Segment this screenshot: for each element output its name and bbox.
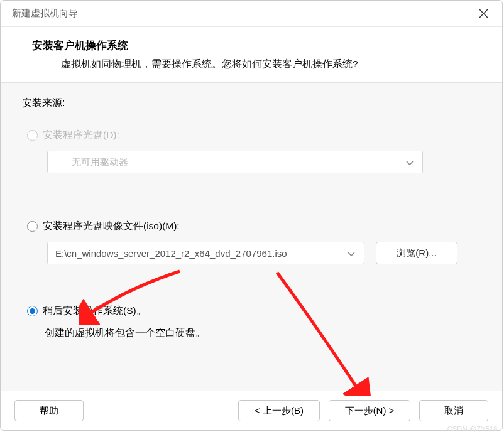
titlebar: 新建虚拟机向导 xyxy=(1,1,502,27)
watermark: CSDN @ZY518_ xyxy=(447,425,501,432)
iso-path-dropdown[interactable]: E:\cn_windows_server_2012_r2_x64_dvd_270… xyxy=(47,242,364,264)
help-button[interactable]: 帮助 xyxy=(14,400,84,421)
option-later-row[interactable]: 稍后安装操作系统(S)。 xyxy=(27,305,481,318)
wizard-header: 安装客户机操作系统 虚拟机如同物理机，需要操作系统。您将如何安装客户机操作系统? xyxy=(1,27,502,83)
wizard-header-desc: 虚拟机如同物理机，需要操作系统。您将如何安装客户机操作系统? xyxy=(32,58,491,71)
close-button[interactable] xyxy=(467,1,500,26)
disc-drive-dropdown: 无可用驱动器 xyxy=(47,151,423,173)
wizard-body: 安装来源: 安装程序光盘(D): 无可用驱动器 安装程序光盘映像文件(iso)(… xyxy=(1,83,502,391)
cancel-button-label: 取消 xyxy=(444,405,463,417)
help-button-label: 帮助 xyxy=(40,405,58,417)
browse-button-label: 浏览(R)... xyxy=(397,247,436,259)
chevron-down-icon xyxy=(348,248,355,259)
wizard-header-title: 安装客户机操作系统 xyxy=(32,38,491,53)
option-later-label: 稍后安装操作系统(S)。 xyxy=(43,305,146,318)
next-button-label: 下一步(N) > xyxy=(345,405,395,417)
cancel-button[interactable]: 取消 xyxy=(419,400,488,421)
option-later-radio[interactable] xyxy=(27,306,38,316)
chevron-down-icon xyxy=(406,157,414,168)
close-icon xyxy=(479,9,488,18)
wizard-footer: 帮助 < 上一步(B) 下一步(N) > 取消 xyxy=(1,391,502,430)
option-disc-label: 安装程序光盘(D): xyxy=(43,129,119,142)
back-button-label: < 上一步(B) xyxy=(255,405,304,417)
option-iso-radio[interactable] xyxy=(27,221,38,232)
disc-drive-dropdown-value: 无可用驱动器 xyxy=(72,156,128,168)
browse-button[interactable]: 浏览(R)... xyxy=(376,242,457,264)
install-source-label: 安装来源: xyxy=(22,97,481,110)
dialog-title: 新建虚拟机向导 xyxy=(12,8,78,19)
option-later-desc: 创建的虚拟机将包含一个空白硬盘。 xyxy=(45,327,481,340)
new-vm-wizard-dialog: 新建虚拟机向导 安装客户机操作系统 虚拟机如同物理机，需要操作系统。您将如何安装… xyxy=(0,0,503,431)
next-button[interactable]: 下一步(N) > xyxy=(329,400,410,421)
iso-path-value: E:\cn_windows_server_2012_r2_x64_dvd_270… xyxy=(55,248,287,259)
option-disc-row: 安装程序光盘(D): xyxy=(27,129,481,142)
back-button[interactable]: < 上一步(B) xyxy=(238,400,320,421)
option-iso-row[interactable]: 安装程序光盘映像文件(iso)(M): xyxy=(27,220,481,233)
option-disc-radio xyxy=(27,130,38,141)
option-iso-label: 安装程序光盘映像文件(iso)(M): xyxy=(43,220,180,233)
